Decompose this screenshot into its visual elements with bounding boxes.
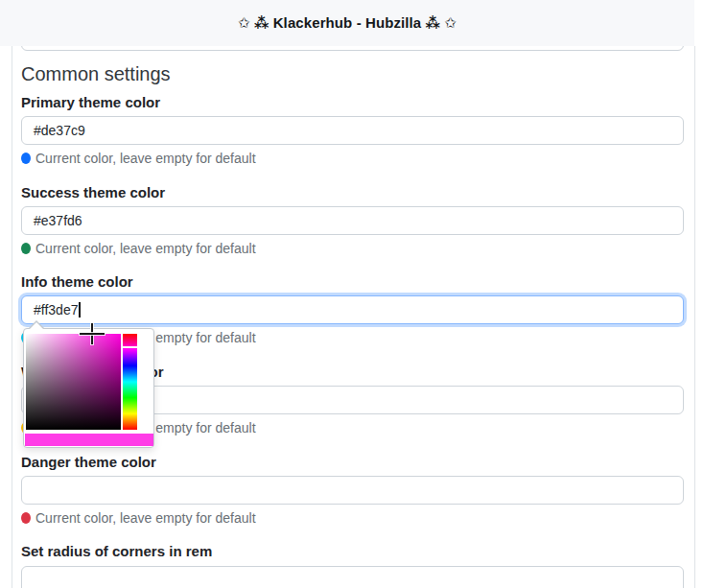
radius-section: Set radius of corners in rem	[0, 543, 703, 588]
success-help-row: Current color, leave empty for default	[21, 240, 256, 257]
success-help-text: Current color, leave empty for default	[35, 241, 256, 256]
selected-color-bar[interactable]	[25, 434, 153, 446]
panel-border-right	[694, 46, 695, 588]
primary-color-value: #de37c9	[34, 123, 85, 138]
color-picker-popup	[23, 328, 154, 448]
danger-color-label: Danger theme color	[21, 454, 156, 470]
danger-color-dot	[21, 512, 31, 524]
saturation-square[interactable]	[26, 334, 121, 430]
danger-help-text: Current color, leave empty for default	[35, 510, 256, 526]
success-color-input[interactable]: #e37fd6	[21, 206, 684, 235]
text-caret	[79, 302, 81, 318]
hue-marker[interactable]	[123, 346, 137, 348]
hue-slider[interactable]	[123, 334, 137, 430]
app-title: ✩ ⁂ Klackerhub - Hubzilla ⁂ ✩	[238, 14, 457, 32]
primary-color-label: Primary theme color	[21, 94, 160, 110]
success-color-label: Success theme color	[21, 184, 165, 200]
info-color-label: Info theme color	[21, 273, 133, 290]
radius-input[interactable]	[21, 566, 684, 588]
settings-page: ✩ ⁂ Klackerhub - Hubzilla ⁂ ✩ Common set…	[0, 0, 703, 588]
danger-color-input[interactable]	[21, 476, 684, 505]
danger-help-row: Current color, leave empty for default	[21, 509, 256, 527]
primary-color-dot	[21, 153, 31, 164]
success-color-dot	[21, 243, 31, 254]
primary-help-row: Current color, leave empty for default	[21, 150, 256, 167]
crosshair-cursor-icon	[80, 323, 105, 344]
danger-color-section: Danger theme color Current color, leave …	[0, 454, 703, 544]
primary-help-text: Current color, leave empty for default	[35, 151, 256, 166]
primary-color-input[interactable]: #de37c9	[21, 116, 684, 145]
common-settings-heading: Common settings	[21, 63, 171, 85]
primary-color-section: Primary theme color #de37c9 Current colo…	[0, 94, 703, 184]
app-header: ✩ ⁂ Klackerhub - Hubzilla ⁂ ✩	[0, 0, 694, 46]
radius-label: Set radius of corners in rem	[21, 543, 212, 559]
panel-border-left	[12, 46, 12, 588]
success-color-section: Success theme color #e37fd6 Current colo…	[0, 184, 703, 274]
info-color-value: #ff3de7	[34, 302, 78, 318]
info-color-input[interactable]: #ff3de7	[21, 295, 684, 324]
success-color-value: #e37fd6	[34, 213, 82, 228]
